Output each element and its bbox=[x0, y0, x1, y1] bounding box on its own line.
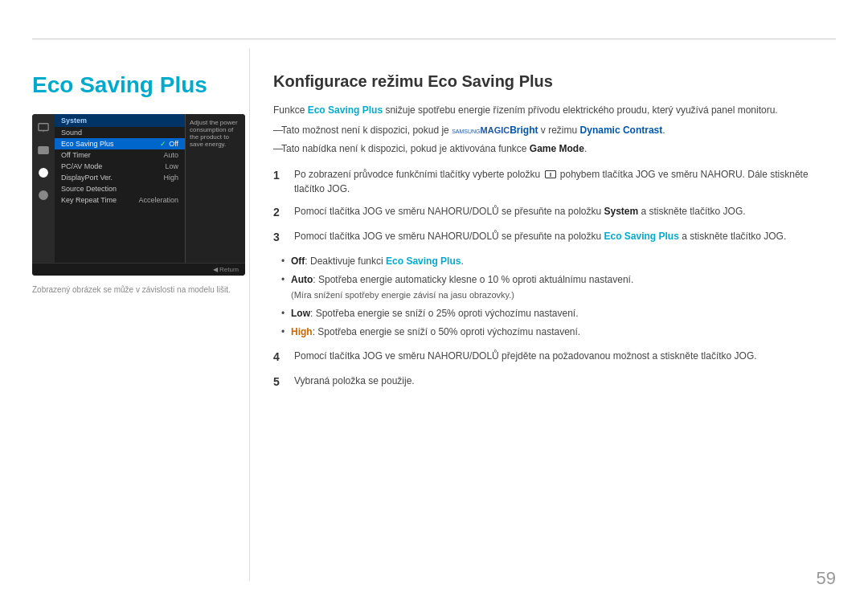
right-info: Adjust the power consumption of the prod… bbox=[185, 114, 245, 263]
menu-item-sound: Sound bbox=[55, 127, 185, 138]
step-5: 5 Vybraná položka se použije. bbox=[273, 374, 836, 390]
svg-rect-3 bbox=[39, 147, 48, 154]
dash-item-1: Tato možnost není k dispozici, pokud je … bbox=[273, 123, 836, 138]
icon-info bbox=[36, 188, 51, 202]
bullet-off: Off: Deaktivuje funkci Eco Saving Plus. bbox=[281, 254, 836, 269]
bullet-low: Low: Spotřeba energie se sníží o 25% opr… bbox=[281, 306, 836, 321]
svg-point-9 bbox=[43, 193, 43, 194]
dash-item-2: Tato nabídka není k dispozici, pokud je … bbox=[273, 141, 836, 157]
step-3: 3 Pomocí tlačítka JOG ve směru NAHORU/DO… bbox=[273, 229, 836, 246]
monitor-mockup: System Sound Eco Saving Plus ✓ Off Off T… bbox=[32, 114, 245, 276]
menu-header: System bbox=[55, 114, 185, 127]
monitor-caption: Zobrazený obrázek se může v závislosti n… bbox=[32, 285, 257, 294]
icon-display bbox=[36, 121, 51, 135]
menu-item-offtimer: Off Timer Auto bbox=[55, 149, 185, 161]
svg-rect-0 bbox=[39, 124, 48, 131]
bullet-list: Off: Deaktivuje funkci Eco Saving Plus. … bbox=[273, 254, 836, 341]
right-panel: Konfigurace režimu Eco Saving Plus Funkc… bbox=[273, 48, 836, 581]
icon-system bbox=[36, 166, 51, 180]
menu-item-sourcedetect: Source Detection bbox=[55, 183, 185, 194]
monitor-bottom: ◀ Return bbox=[32, 263, 245, 276]
svg-point-6 bbox=[42, 171, 45, 174]
step-4: 4 Pomocí tlačítka JOG ve směru NAHORU/DO… bbox=[273, 349, 836, 366]
menu-item-pcav: PC/AV Mode Low bbox=[55, 161, 185, 172]
menu-item-displayport: DisplayPort Ver. High bbox=[55, 172, 185, 183]
menu-content: System Sound Eco Saving Plus ✓ Off Off T… bbox=[55, 114, 185, 263]
vertical-divider bbox=[249, 48, 250, 581]
page-title: Eco Saving Plus bbox=[32, 72, 257, 98]
page-number: 59 bbox=[817, 568, 836, 589]
bullet-high: High: Spotřeba energie se sníží o 50% op… bbox=[281, 325, 836, 340]
monitor-screen: System Sound Eco Saving Plus ✓ Off Off T… bbox=[32, 114, 245, 276]
return-button: ◀ Return bbox=[213, 266, 239, 273]
step-1: 1 Po zobrazení průvodce funkčními tlačít… bbox=[273, 167, 836, 196]
intro-text: Funkce Eco Saving Plus snižuje spotřebu … bbox=[273, 103, 836, 118]
menu-item-eco: Eco Saving Plus ✓ Off bbox=[55, 138, 185, 149]
dynamic-contrast-ref: Dynamic Contrast bbox=[580, 125, 663, 136]
left-panel: Eco Saving Plus bbox=[32, 48, 257, 581]
numbered-steps: 1 Po zobrazení průvodce funkčními tlačít… bbox=[273, 167, 836, 390]
step-2: 2 Pomocí tlačítka JOG ve směru NAHORU/DO… bbox=[273, 204, 836, 221]
jog-icon bbox=[545, 170, 556, 178]
top-divider bbox=[32, 39, 836, 39]
eco-saving-highlight: Eco Saving Plus bbox=[308, 104, 383, 116]
menu-item-keyrepeat: Key Repeat Time Acceleration bbox=[55, 194, 185, 206]
icon-picture bbox=[36, 143, 51, 157]
menu-area: System Sound Eco Saving Plus ✓ Off Off T… bbox=[32, 114, 245, 263]
section-title: Konfigurace režimu Eco Saving Plus bbox=[273, 72, 836, 91]
bullet-auto: Auto: Spotřeba energie automaticky klesn… bbox=[281, 272, 836, 303]
sidebar-icons bbox=[32, 114, 55, 263]
